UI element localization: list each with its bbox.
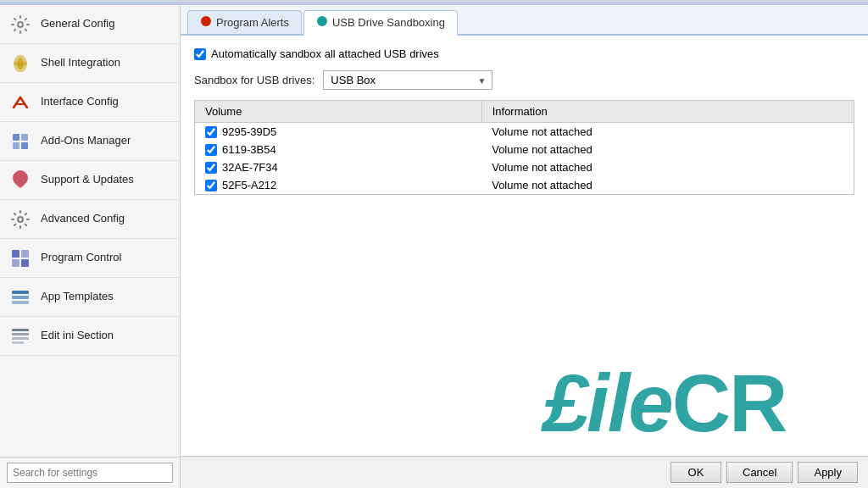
svg-point-2	[14, 61, 27, 66]
tab-usb-drive-sandboxing[interactable]: USB Drive Sandboxing	[303, 10, 458, 36]
sidebar-item-app-templates[interactable]: App Templates	[0, 278, 180, 317]
info-cell-2: Volume not attached	[481, 158, 854, 176]
svg-rect-12	[21, 250, 29, 258]
info-cell-0: Volume not attached	[481, 123, 854, 141]
svg-rect-6	[13, 134, 19, 141]
sidebar-spacer	[0, 356, 180, 457]
svg-rect-14	[21, 259, 29, 267]
table-row: 52F5-A212Volume not attached	[195, 176, 854, 195]
svg-rect-17	[12, 301, 29, 304]
general-config-icon	[8, 13, 32, 36]
search-input[interactable]	[7, 463, 173, 483]
sidebar-label-advanced-config: Advanced Config	[41, 212, 125, 226]
svg-rect-13	[12, 259, 19, 267]
svg-point-0	[18, 22, 23, 27]
sandbox-select[interactable]: USB BoxDefaultBoxSandbox1	[323, 70, 492, 90]
support-updates-icon	[8, 169, 32, 192]
svg-rect-18	[12, 329, 29, 331]
sidebar-item-addons-manager[interactable]: Add-Ons Manager	[0, 122, 180, 161]
sandbox-for-row: Sandbox for USB drives: USB BoxDefaultBo…	[194, 70, 854, 90]
bottom-bar: OK Cancel Apply	[181, 456, 868, 488]
sidebar-label-interface-config: Interface Config	[41, 95, 119, 109]
usb-drive-sandboxing-tab-icon	[316, 15, 328, 30]
auto-sandbox-checkbox[interactable]	[194, 48, 206, 60]
volume-cell-0: 9295-39D5	[195, 123, 482, 141]
svg-rect-7	[21, 134, 28, 141]
app-templates-icon	[8, 286, 32, 309]
svg-line-4	[20, 97, 27, 108]
svg-rect-11	[12, 250, 19, 258]
svg-rect-9	[21, 142, 28, 149]
svg-point-22	[201, 16, 211, 26]
sidebar-label-app-templates: App Templates	[41, 290, 114, 304]
cancel-button[interactable]: Cancel	[726, 462, 793, 483]
tab-program-alerts[interactable]: Program Alerts	[187, 10, 302, 34]
sidebar-label-shell-integration: Shell Integration	[41, 56, 120, 70]
volume-cell-3: 52F5-A212	[195, 176, 482, 195]
table-row: 9295-39D5Volume not attached	[195, 123, 854, 141]
svg-rect-21	[12, 341, 24, 344]
sidebar-label-general-config: General Config	[41, 17, 114, 31]
col-volume: Volume	[195, 101, 482, 123]
svg-point-23	[317, 16, 327, 26]
usb-drive-sandboxing-tab-label: USB Drive Sandboxing	[332, 16, 445, 29]
addons-manager-icon	[8, 130, 32, 153]
volume-checkbox-0[interactable]	[205, 126, 217, 138]
volume-checkbox-1[interactable]	[205, 144, 217, 156]
table-row: 32AE-7F34Volume not attached	[195, 158, 854, 176]
main-container: General ConfigShell IntegrationInterface…	[0, 5, 868, 488]
sidebar-search-container	[0, 457, 180, 488]
sandbox-select-wrapper: USB BoxDefaultBoxSandbox1	[323, 70, 492, 90]
sidebar-item-general-config[interactable]: General Config	[0, 5, 180, 44]
program-alerts-tab-label: Program Alerts	[216, 16, 289, 29]
apply-button[interactable]: Apply	[798, 462, 858, 483]
col-information: Information	[481, 101, 854, 123]
sidebar-label-support-updates: Support & Updates	[41, 173, 134, 187]
sidebar-items-container: General ConfigShell IntegrationInterface…	[0, 5, 180, 356]
info-cell-1: Volume not attached	[481, 141, 854, 158]
volume-tbody: 9295-39D5Volume not attached6119-3B54Vol…	[195, 123, 854, 195]
interface-config-icon	[8, 91, 32, 114]
sidebar-item-interface-config[interactable]: Interface Config	[0, 83, 180, 122]
svg-line-3	[14, 97, 20, 108]
sidebar-label-edit-ini-section: Edit ini Section	[41, 329, 114, 343]
program-control-icon	[8, 247, 32, 270]
edit-ini-section-icon	[8, 324, 32, 348]
program-alerts-tab-icon	[200, 15, 212, 30]
svg-point-10	[18, 217, 23, 222]
sidebar: General ConfigShell IntegrationInterface…	[0, 5, 181, 488]
table-row: 6119-3B54Volume not attached	[195, 141, 854, 158]
shell-integration-icon	[8, 52, 32, 75]
auto-sandbox-label: Automatically sandbox all attached USB d…	[211, 47, 439, 60]
volume-id-3: 52F5-A212	[222, 179, 276, 191]
svg-rect-19	[12, 333, 29, 336]
content-area: Program AlertsUSB Drive Sandboxing Autom…	[181, 5, 868, 488]
info-cell-3: Volume not attached	[481, 176, 854, 195]
volume-checkbox-3[interactable]	[205, 180, 217, 191]
ok-button[interactable]: OK	[670, 462, 721, 483]
svg-rect-8	[13, 142, 19, 149]
volume-table: Volume Information 9295-39D5Volume not a…	[194, 100, 854, 195]
sidebar-item-shell-integration[interactable]: Shell Integration	[0, 44, 180, 83]
auto-sandbox-row: Automatically sandbox all attached USB d…	[194, 47, 854, 60]
svg-rect-20	[12, 337, 29, 340]
volume-cell-1: 6119-3B54	[195, 141, 482, 158]
sidebar-item-edit-ini-section[interactable]: Edit ini Section	[0, 317, 180, 356]
sidebar-item-advanced-config[interactable]: Advanced Config	[0, 200, 180, 239]
svg-rect-15	[12, 291, 29, 294]
volume-checkbox-2[interactable]	[205, 162, 217, 174]
volume-cell-2: 32AE-7F34	[195, 158, 482, 176]
sidebar-label-program-control: Program Control	[41, 251, 121, 265]
sidebar-item-support-updates[interactable]: Support & Updates	[0, 161, 180, 200]
svg-rect-16	[12, 296, 29, 299]
volume-id-2: 32AE-7F34	[222, 161, 278, 174]
tab-content: Automatically sandbox all attached USB d…	[181, 36, 868, 456]
volume-id-0: 9295-39D5	[222, 125, 276, 138]
volume-id-1: 6119-3B54	[222, 143, 276, 156]
sidebar-label-addons-manager: Add-Ons Manager	[41, 134, 131, 148]
advanced-config-icon	[8, 208, 32, 231]
tabs-container: Program AlertsUSB Drive Sandboxing	[181, 5, 868, 36]
sandbox-for-label: Sandbox for USB drives:	[194, 74, 314, 86]
sidebar-item-program-control[interactable]: Program Control	[0, 239, 180, 278]
